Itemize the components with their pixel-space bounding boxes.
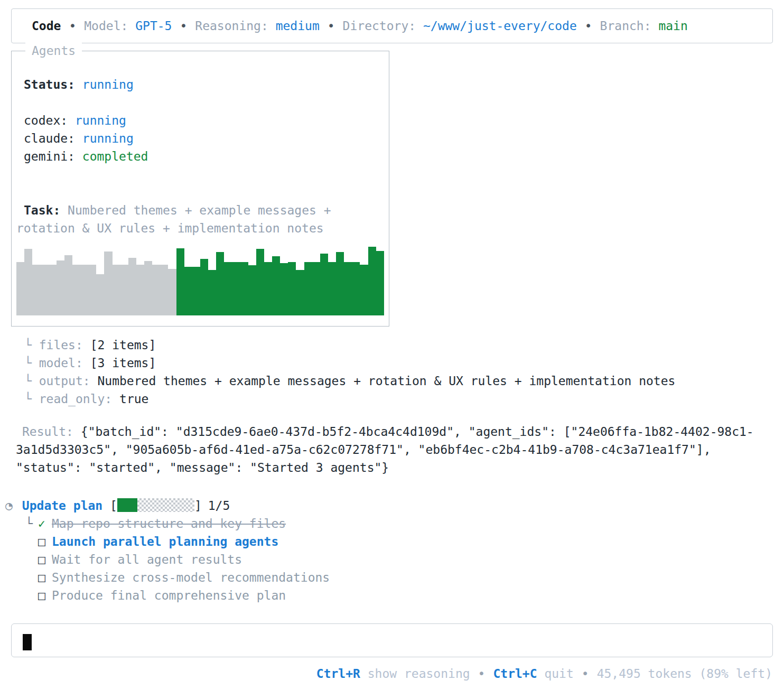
plan-header: ◔Update plan []1/5 <box>0 497 784 515</box>
activity-bar <box>136 265 144 315</box>
plan-item: □Wait for all agent results <box>25 551 784 568</box>
detail-value: true <box>119 392 148 406</box>
agent-state: running <box>82 132 134 145</box>
shortcut-quit-label: quit <box>537 667 574 681</box>
result-label: Result: <box>22 425 81 439</box>
directory-value: ~/www/just-every/code <box>423 19 577 33</box>
footer-bar: Ctrl+R show reasoning•Ctrl+C quit•45,495… <box>0 665 784 683</box>
activity-bar <box>256 249 264 315</box>
activity-bar <box>49 265 57 315</box>
bullet-separator: • <box>69 19 76 33</box>
detail-row: └ model: [3 items] <box>24 354 784 372</box>
activity-bar <box>336 252 344 315</box>
detail-key: output: <box>39 374 98 388</box>
activity-bar <box>232 262 240 315</box>
activity-bar <box>144 261 152 315</box>
progress-count: 1/5 <box>208 499 230 512</box>
agent-state: running <box>75 114 126 127</box>
shortcut-show-reasoning-key: Ctrl+R <box>316 667 360 681</box>
progress-bar-fill <box>117 498 137 512</box>
activity-bar <box>192 267 200 315</box>
agent-name: codex: <box>24 114 68 127</box>
progress-bracket-close: ] <box>194 499 202 512</box>
detail-value: [2 items] <box>90 338 156 352</box>
activity-bar <box>264 262 272 315</box>
agent-state: completed <box>82 150 148 163</box>
checkbox-icon: □ <box>38 551 52 568</box>
activity-bar <box>272 256 280 315</box>
activity-bar <box>240 262 248 315</box>
reasoning-value: medium <box>276 19 320 33</box>
activity-bar <box>96 274 104 315</box>
result-block: Result: {"batch_id": "d315cde9-6ae0-437d… <box>16 423 772 477</box>
activity-bar <box>280 263 288 315</box>
activity-bar <box>16 262 24 315</box>
branch-label: Branch: <box>600 19 651 33</box>
status-bar: Code•Model: GPT-5•Reasoning: medium•Dire… <box>11 8 773 43</box>
bullet-separator: • <box>180 19 187 33</box>
activity-bar <box>160 265 168 315</box>
plan-item: └✓Map repo structure and key files <box>25 515 784 533</box>
bullet-separator: • <box>478 667 486 681</box>
checkbox-icon: □ <box>38 586 52 604</box>
checkbox-icon: □ <box>38 568 52 586</box>
activity-bar <box>200 259 208 315</box>
tree-branch-icon: └ <box>25 515 38 533</box>
agent-row: gemini: completed <box>24 147 381 165</box>
shortcut-show-reasoning-label: show reasoning <box>360 667 470 681</box>
bullet-separator: • <box>328 19 335 33</box>
status-label: Status: <box>24 78 75 91</box>
activity-bar <box>296 270 304 315</box>
activity-bar <box>57 260 64 315</box>
activity-bar <box>224 262 232 315</box>
activity-bar <box>168 269 176 315</box>
detail-value: Numbered themes + example messages + rot… <box>97 374 675 388</box>
plan-item: □Produce final comprehensive plan <box>25 586 784 604</box>
spinner-icon: ◔ <box>5 499 13 512</box>
branch-value: main <box>658 19 687 33</box>
activity-bar <box>248 265 256 315</box>
activity-bar <box>368 247 376 315</box>
activity-bar <box>184 267 192 315</box>
directory-label: Directory: <box>343 19 416 33</box>
activity-bar <box>344 262 352 315</box>
status-value: running <box>82 78 134 91</box>
activity-bar <box>208 270 216 315</box>
activity-bar <box>40 265 48 315</box>
detail-row: └ files: [2 items] <box>24 336 784 354</box>
detail-value: [3 items] <box>90 356 156 370</box>
composer-input[interactable] <box>11 623 773 657</box>
activity-bar <box>352 262 360 315</box>
check-icon: ✓ <box>38 515 52 533</box>
token-usage: 45,495 tokens (89% left) <box>597 667 772 681</box>
activity-bar <box>104 251 112 315</box>
detail-row: └ read_only: true <box>24 390 784 408</box>
app-name: Code <box>32 19 61 33</box>
plan-item: □Synthesize cross-model recommendations <box>25 568 784 586</box>
activity-bar <box>32 265 40 315</box>
activity-bar <box>24 249 32 315</box>
activity-bar <box>80 265 88 315</box>
detail-row: └ output: Numbered themes + example mess… <box>24 372 784 390</box>
activity-bar <box>120 265 128 315</box>
result-json: {"batch_id": "d315cde9-6ae0-437d-b5f2-4b… <box>16 425 754 474</box>
reasoning-label: Reasoning: <box>195 19 268 33</box>
plan-item-label: Launch parallel planning agents <box>52 535 278 548</box>
tree-branch-icon: └ <box>24 338 39 352</box>
activity-bar <box>113 265 120 315</box>
detail-key: read_only: <box>39 392 119 406</box>
activity-bar <box>88 265 96 315</box>
activity-bar <box>152 265 160 315</box>
plan-item-label: Map repo structure and key files <box>52 517 286 530</box>
agents-panel-title: Agents <box>25 42 82 60</box>
bullet-separator: • <box>585 19 592 33</box>
tree-branch-icon: └ <box>24 374 39 388</box>
tree-branch-icon: └ <box>24 356 39 370</box>
activity-bar <box>376 251 384 315</box>
activity-bar <box>64 255 72 315</box>
checkbox-icon: □ <box>38 533 52 551</box>
activity-bar <box>304 262 312 315</box>
task-text: Task: Numbered themes + example messages… <box>16 201 381 237</box>
plan-item-label: Wait for all agent results <box>52 553 242 566</box>
tree-branch-icon: └ <box>24 392 39 406</box>
